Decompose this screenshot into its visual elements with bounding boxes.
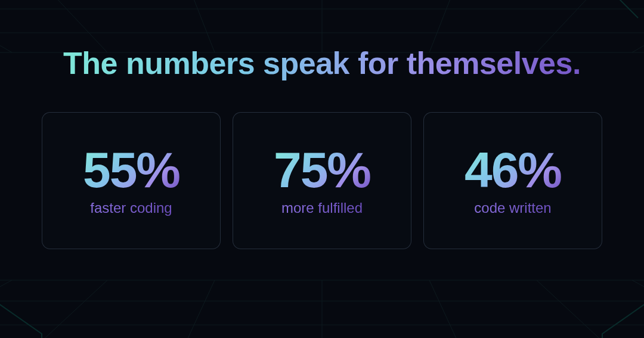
headline: The numbers speak for themselves.	[63, 45, 581, 81]
stat-value: 55%	[83, 145, 179, 195]
stats-row: 55% faster coding 75% more fulfilled 46%…	[42, 112, 602, 249]
stat-card-faster-coding: 55% faster coding	[42, 112, 221, 249]
stat-label: code written	[474, 200, 551, 216]
stat-card-code-written: 46% code written	[423, 112, 602, 249]
content-area: The numbers speak for themselves. 55% fa…	[0, 0, 644, 338]
stat-label: faster coding	[90, 200, 172, 216]
stat-value: 75%	[274, 145, 370, 195]
stat-value: 46%	[465, 145, 561, 195]
stat-card-more-fulfilled: 75% more fulfilled	[233, 112, 411, 249]
stat-label: more fulfilled	[281, 200, 363, 216]
